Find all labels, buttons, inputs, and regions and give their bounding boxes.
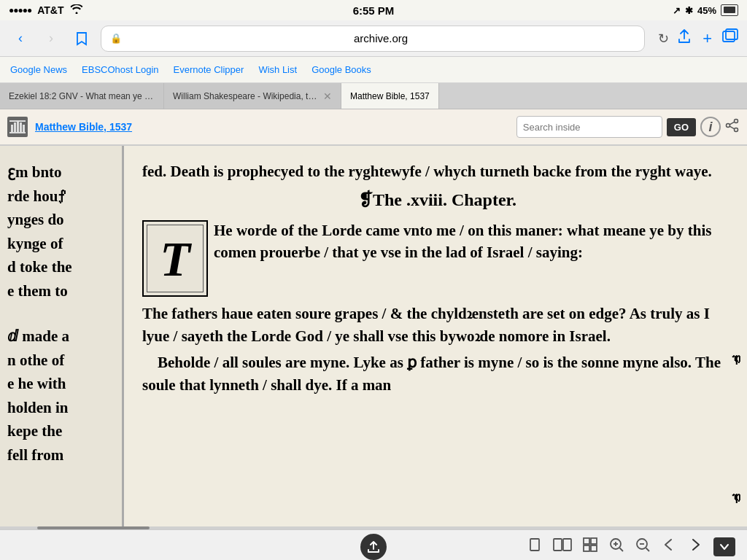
top-text: fed. Death is prophecyed to the ryghtewy…: [142, 160, 732, 182]
double-page-button[interactable]: [553, 537, 572, 556]
zoom-out-button[interactable]: [635, 537, 651, 556]
forward-button[interactable]: ›: [39, 27, 63, 50]
archive-page-title[interactable]: Matthew Bible, 1537: [35, 121, 132, 133]
bottom-right-area: [387, 537, 735, 556]
next-page-button[interactable]: [687, 537, 703, 556]
carrier-label: AT&T: [37, 4, 63, 16]
right-page: fed. Death is prophecyed to the ryghtewy…: [124, 146, 747, 526]
svg-rect-20: [591, 545, 597, 551]
signal-icon: ●●●●●: [9, 5, 31, 15]
svg-rect-15: [554, 539, 562, 551]
svg-rect-14: [530, 539, 539, 551]
left-line-10: holden in: [7, 396, 115, 420]
url-display: archive.org: [126, 32, 635, 44]
single-page-button[interactable]: [527, 537, 543, 556]
status-left: ●●●●● AT&T: [9, 4, 83, 16]
battery-label: 45%: [697, 5, 716, 16]
svg-rect-1: [726, 29, 738, 39]
tabs-button[interactable]: [722, 28, 738, 48]
tab-shakespeare[interactable]: William Shakespeare - Wikipedia, the fre…: [164, 83, 341, 109]
bookmarks-bar: Google News EBSCOhost Login Evernote Cli…: [0, 57, 747, 83]
svg-rect-4: [17, 121, 19, 132]
back-button[interactable]: ‹: [9, 27, 32, 50]
bookmark-ebsco[interactable]: EBSCOhost Login: [82, 64, 159, 75]
tab-ezekiel-label: Ezekiel 18:2 GNV - What mean ye that ye …: [9, 91, 155, 101]
svg-point-11: [727, 123, 730, 127]
svg-rect-5: [20, 122, 22, 132]
svg-rect-16: [563, 539, 571, 551]
tab-close-icon[interactable]: ✕: [323, 90, 332, 102]
verse-block: T He worde of the Lorde came vnto me / o…: [142, 220, 732, 297]
tab-matthew-bible[interactable]: Matthew Bible, 1537: [341, 83, 439, 109]
archive-go-button[interactable]: GO: [667, 118, 696, 136]
chapter-heading: ❡The .xviii. Chapter.: [142, 190, 732, 210]
left-line-4: kynge of: [7, 232, 115, 256]
left-line-8: n othe of: [7, 349, 115, 373]
svg-line-12: [729, 122, 735, 125]
bookmarks-button[interactable]: [70, 27, 93, 50]
drop-cap: T: [142, 220, 208, 297]
svg-rect-2: [11, 125, 13, 132]
wifi-icon: [70, 4, 83, 16]
scroll-down-button[interactable]: [713, 537, 735, 556]
share-button[interactable]: [676, 28, 692, 48]
bookmark-evernote[interactable]: Evernote Clipper: [174, 64, 244, 75]
bottom-toolbar: [0, 529, 747, 560]
left-line-6: e them to: [7, 279, 115, 303]
left-page: ꜫm bnto rde houꝭ ynges do kynge of d tok…: [0, 146, 124, 526]
reload-button[interactable]: ↻: [658, 31, 669, 47]
svg-line-27: [646, 548, 650, 552]
left-line-3: ynges do: [7, 208, 115, 232]
left-line-12: fell from: [7, 443, 115, 467]
verse-2-text: The fathers haue eaten soure grapes / & …: [142, 303, 732, 347]
svg-line-24: [620, 548, 624, 552]
grid-view-button[interactable]: [582, 537, 598, 556]
tab-matthew-label: Matthew Bible, 1537: [350, 91, 430, 101]
verse-1-text: He worde of the Lorde came vnto me / on …: [214, 220, 732, 297]
archive-search-input[interactable]: [516, 116, 662, 138]
left-line-7: ⅆ made a: [7, 324, 115, 349]
margin-b-mark2: ꝕ: [732, 489, 740, 505]
nav-bar: ‹ › 🔒 archive.org ↻ +: [0, 20, 747, 57]
tab-right-area: [439, 83, 747, 109]
status-right: ↗ ✱ 45%: [673, 4, 738, 16]
scroll-bar[interactable]: [0, 526, 747, 529]
margin-b-marks: ꝕ: [732, 350, 740, 367]
tab-ezekiel[interactable]: Ezekiel 18:2 GNV - What mean ye that ye …: [0, 83, 164, 109]
main-content: ꜫm bnto rde houꝭ ynges do kynge of d tok…: [0, 146, 747, 526]
svg-rect-6: [23, 125, 25, 132]
archive-info-button[interactable]: i: [700, 117, 721, 137]
scroll-thumb[interactable]: [37, 526, 150, 529]
bottom-share-button[interactable]: [360, 534, 387, 560]
zoom-in-button[interactable]: [608, 537, 624, 556]
time-display: 6:55 PM: [353, 4, 395, 17]
svg-point-10: [735, 128, 738, 131]
archive-logo: [7, 117, 28, 137]
add-tab-button[interactable]: +: [703, 29, 712, 48]
address-bar[interactable]: 🔒 archive.org: [101, 26, 645, 52]
archive-share-button[interactable]: [725, 118, 740, 136]
left-line-2: rde houꝭ: [7, 184, 115, 209]
verse-3-text: Beholde / all soules are myne. Lyke as ꝑ…: [142, 351, 732, 396]
svg-rect-0: [723, 31, 735, 42]
bookmark-google-books[interactable]: Google Books: [311, 64, 371, 75]
left-line-5: d toke the: [7, 255, 115, 279]
left-line-9: e he with: [7, 372, 115, 396]
tabs-bar: Ezekiel 18:2 GNV - What mean ye that ye …: [0, 83, 747, 109]
lock-icon: 🔒: [110, 33, 122, 44]
bookmark-wishlist[interactable]: Wish List: [258, 64, 297, 75]
tab-shakespeare-label: William Shakespeare - Wikipedia, the fre…: [173, 91, 319, 101]
toolbar-right: +: [676, 28, 738, 48]
prev-page-button[interactable]: [661, 537, 677, 556]
archive-search-area: GO i: [516, 116, 740, 138]
svg-rect-8: [9, 120, 26, 122]
svg-point-9: [735, 119, 738, 122]
archive-toolbar: Matthew Bible, 1537 GO i: [0, 109, 747, 146]
svg-rect-17: [584, 538, 589, 544]
archive-logo-icon: [7, 117, 28, 137]
bookmark-google-news[interactable]: Google News: [10, 64, 67, 75]
svg-rect-19: [584, 545, 589, 551]
left-line-11: kepe the: [7, 419, 115, 443]
location-icon: ↗: [673, 5, 681, 16]
svg-line-13: [729, 126, 735, 129]
